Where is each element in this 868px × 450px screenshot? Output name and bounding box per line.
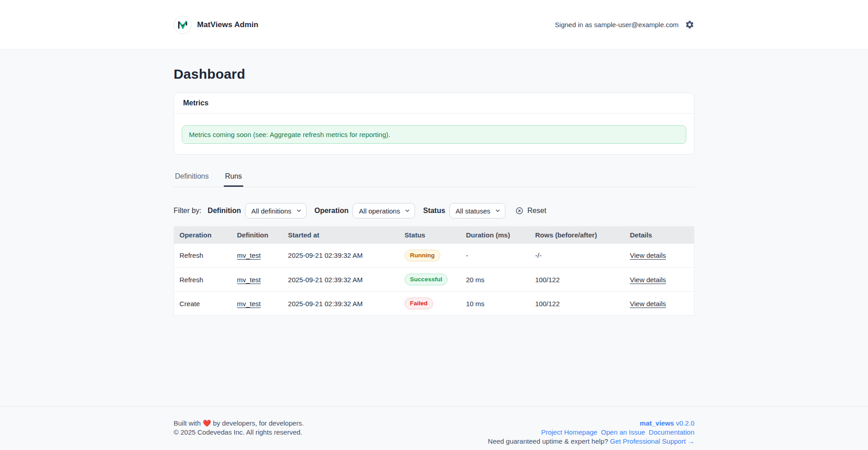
col-header-details: Details	[624, 227, 694, 244]
table-header-row: Operation Definition Started at Status D…	[174, 227, 694, 244]
col-header-operation: Operation	[174, 227, 232, 244]
filter-bar: Filter by: Definition All definitions Op…	[174, 203, 694, 218]
cell-operation: Create	[174, 292, 232, 316]
status-filter-select[interactable]: All statuses	[449, 203, 505, 218]
table-row: Refresh mv_test 2025-09-21 02:39:32 AM S…	[174, 268, 694, 292]
cell-operation: Refresh	[174, 268, 232, 292]
heart-icon: ❤️	[203, 419, 211, 427]
runs-table: Operation Definition Started at Status D…	[174, 226, 694, 316]
col-header-rows: Rows (before/after)	[530, 227, 624, 244]
cell-duration: 10 ms	[461, 292, 530, 316]
metrics-card: Metrics Metrics coming soon (see: Aggreg…	[174, 93, 694, 155]
view-details-link[interactable]: View details	[630, 276, 666, 284]
status-badge: Running	[405, 250, 440, 261]
col-header-started-at: Started at	[283, 227, 399, 244]
cell-duration: 20 ms	[461, 268, 530, 292]
tab-runs[interactable]: Runs	[224, 170, 243, 187]
cell-started-at: 2025-09-21 02:39:32 AM	[283, 268, 399, 292]
col-header-status: Status	[399, 227, 461, 244]
version-line: mat_views v0.2.0	[488, 419, 694, 428]
view-details-link[interactable]: View details	[630, 300, 666, 308]
col-header-duration: Duration (ms)	[461, 227, 530, 244]
project-homepage-link[interactable]: Project Homepage	[541, 428, 597, 436]
signed-in-text: Signed in as sample-user@example.com	[555, 21, 679, 28]
tab-definitions[interactable]: Definitions	[174, 170, 210, 187]
cell-status: Running	[399, 244, 461, 268]
cell-details: View details	[624, 268, 694, 292]
cell-details: View details	[624, 292, 694, 316]
professional-support-link[interactable]: Get Professional Support →	[610, 437, 694, 445]
app-header: MatViews Admin Signed in as sample-user@…	[0, 0, 868, 50]
status-filter-value: All statuses	[456, 207, 491, 215]
definition-filter-label: Definition	[208, 207, 241, 215]
definition-filter-select[interactable]: All definitions	[245, 203, 306, 218]
tab-bar: Definitions Runs	[174, 170, 694, 187]
definition-link[interactable]: mv_test	[237, 276, 261, 284]
open-an-issue-link[interactable]: Open an Issue	[601, 428, 645, 436]
cell-status: Successful	[399, 268, 461, 292]
definition-link[interactable]: mv_test	[237, 251, 261, 259]
status-badge: Successful	[405, 274, 448, 285]
brand[interactable]: MatViews Admin	[174, 16, 259, 34]
col-header-definition: Definition	[231, 227, 283, 244]
cell-details: View details	[624, 244, 694, 268]
view-details-link[interactable]: View details	[630, 251, 666, 259]
built-with-line: Built with ❤️ by developers, for develop…	[174, 419, 304, 428]
support-prefix: Need guaranteed uptime & expert help?	[488, 437, 608, 445]
operation-filter-select[interactable]: All operations	[353, 203, 415, 218]
cell-duration: -	[461, 244, 530, 268]
metrics-card-title: Metrics	[174, 93, 694, 114]
metrics-coming-soon-alert: Metrics coming soon (see: Aggregate refr…	[182, 125, 686, 144]
chevron-down-icon	[404, 208, 410, 214]
version-link[interactable]: v0.2.0	[676, 419, 694, 427]
table-row: Refresh mv_test 2025-09-21 02:39:32 AM R…	[174, 244, 694, 268]
cell-definition: mv_test	[231, 268, 283, 292]
table-row: Create mv_test 2025-09-21 02:39:32 AM Fa…	[174, 292, 694, 316]
cell-definition: mv_test	[231, 244, 283, 268]
reset-filters-button[interactable]: Reset	[515, 207, 547, 215]
page-title: Dashboard	[174, 66, 694, 82]
app-footer: Built with ❤️ by developers, for develop…	[0, 406, 868, 450]
cell-rows: 100/122	[530, 292, 624, 316]
filter-by-label: Filter by:	[174, 207, 201, 215]
cell-operation: Refresh	[174, 244, 232, 268]
cell-rows: -/-	[530, 244, 624, 268]
cell-started-at: 2025-09-21 02:39:32 AM	[283, 292, 399, 316]
definition-filter-value: All definitions	[251, 207, 291, 215]
circle-x-icon	[515, 207, 524, 215]
cell-definition: mv_test	[231, 292, 283, 316]
chevron-down-icon	[296, 208, 302, 214]
status-filter-label: Status	[423, 207, 445, 215]
status-badge: Failed	[405, 298, 433, 309]
cell-rows: 100/122	[530, 268, 624, 292]
footer-links-line: Project Homepage Open an Issue Documenta…	[488, 428, 694, 437]
documentation-link[interactable]: Documentation	[649, 428, 694, 436]
reset-label: Reset	[528, 207, 547, 215]
settings-gear-icon[interactable]	[685, 20, 694, 29]
definition-link[interactable]: mv_test	[237, 300, 261, 308]
brand-name: MatViews Admin	[197, 20, 259, 29]
project-name-link[interactable]: mat_views	[640, 419, 674, 427]
chevron-down-icon	[495, 208, 501, 214]
matviews-logo-icon	[174, 16, 192, 34]
cell-status: Failed	[399, 292, 461, 316]
copyright-line: © 2025 Codevedas Inc. All rights reserve…	[174, 428, 304, 437]
operation-filter-label: Operation	[315, 207, 349, 215]
cell-started-at: 2025-09-21 02:39:32 AM	[283, 244, 399, 268]
operation-filter-value: All operations	[359, 207, 400, 215]
support-line: Need guaranteed uptime & expert help? Ge…	[488, 437, 694, 446]
